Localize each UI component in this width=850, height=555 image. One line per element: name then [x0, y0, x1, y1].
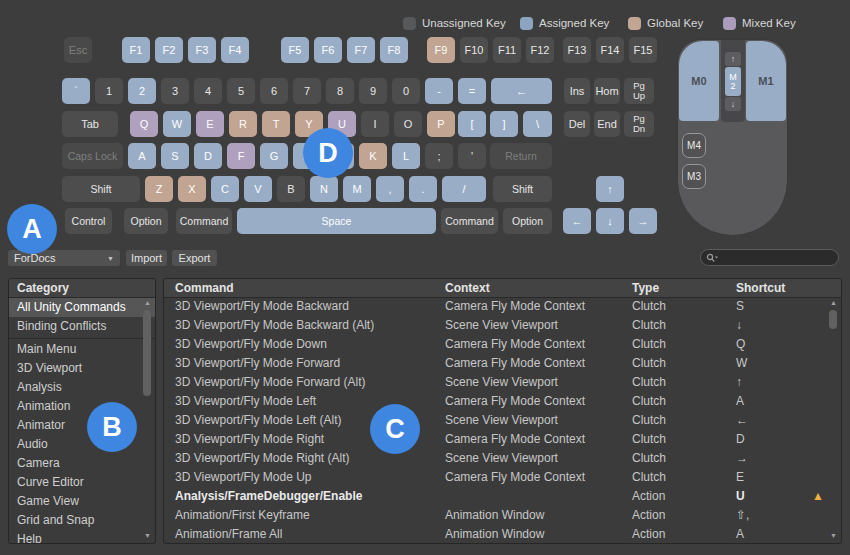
- table-row[interactable]: 3D Viewport/Fly Mode Backward (Alt)Scene…: [164, 316, 841, 335]
- key-semicolon[interactable]: ;: [425, 143, 453, 169]
- key-f1[interactable]: F1: [122, 37, 150, 63]
- table-row[interactable]: 3D Viewport/Fly Mode BackwardCamera Fly …: [164, 297, 841, 316]
- table-row[interactable]: 3D Viewport/Fly Mode DownCamera Fly Mode…: [164, 335, 841, 354]
- mouse-side-button-4[interactable]: M4: [682, 133, 706, 158]
- key-option-2[interactable]: Option: [503, 208, 552, 234]
- key-esc[interactable]: Esc: [64, 37, 92, 63]
- key-6[interactable]: 6: [260, 78, 288, 104]
- key-end[interactable]: End: [594, 111, 620, 137]
- mouse-wheel-up-icon[interactable]: ↑: [725, 52, 741, 66]
- key-a[interactable]: A: [128, 143, 156, 169]
- key-f15[interactable]: F15: [629, 37, 657, 63]
- key-control[interactable]: Control: [65, 208, 112, 234]
- key-slash[interactable]: /: [442, 176, 486, 202]
- key-command-2[interactable]: Command: [441, 208, 498, 234]
- key-option[interactable]: Option: [124, 208, 168, 234]
- key-p[interactable]: P: [427, 111, 455, 137]
- key-4[interactable]: 4: [194, 78, 222, 104]
- category-item-binding-conflicts[interactable]: Binding Conflicts: [9, 317, 155, 336]
- key-k[interactable]: K: [359, 143, 387, 169]
- key-e[interactable]: E: [196, 111, 224, 137]
- key-arrow-up[interactable]: ↑: [596, 176, 624, 202]
- key-ins[interactable]: Ins: [564, 78, 590, 104]
- key-3[interactable]: 3: [161, 78, 189, 104]
- key-equals[interactable]: =: [458, 78, 486, 104]
- category-item-help[interactable]: Help: [9, 530, 155, 544]
- key-tab[interactable]: Tab: [62, 111, 118, 137]
- key-l[interactable]: L: [392, 143, 420, 169]
- key-quote[interactable]: ': [458, 143, 486, 169]
- key-n[interactable]: N: [310, 176, 338, 202]
- key-0[interactable]: 0: [392, 78, 420, 104]
- key-bracket-close[interactable]: ]: [490, 111, 518, 137]
- key-f8[interactable]: F8: [380, 37, 408, 63]
- key-arrow-down[interactable]: ↓: [596, 208, 624, 234]
- key-7[interactable]: 7: [293, 78, 321, 104]
- key-f[interactable]: F: [227, 143, 255, 169]
- key-arrow-left[interactable]: ←: [491, 78, 552, 104]
- mouse-wheel-button[interactable]: M2: [725, 67, 741, 96]
- key-x[interactable]: X: [178, 176, 206, 202]
- key-m[interactable]: M: [343, 176, 371, 202]
- table-row[interactable]: 3D Viewport/Fly Mode Forward (Alt)Scene …: [164, 373, 841, 392]
- key-v[interactable]: V: [244, 176, 272, 202]
- table-row[interactable]: 3D Viewport/Fly Mode Right (Alt)Scene Vi…: [164, 449, 841, 468]
- mouse-side-button-3[interactable]: M3: [682, 164, 706, 189]
- key-pg-dn[interactable]: Pg Dn: [624, 111, 654, 137]
- key-pg-up[interactable]: Pg Up: [624, 78, 654, 104]
- key-9[interactable]: 9: [359, 78, 387, 104]
- key-z[interactable]: Z: [145, 176, 173, 202]
- key-c[interactable]: C: [211, 176, 239, 202]
- category-item-all-unity-commands[interactable]: All Unity Commands: [9, 298, 155, 317]
- key-space[interactable]: Space: [237, 208, 436, 234]
- scroll-up-icon[interactable]: ▲: [828, 298, 839, 308]
- key-command[interactable]: Command: [176, 208, 232, 234]
- key-caps-lock[interactable]: Caps Lock: [62, 143, 123, 169]
- key-hom[interactable]: Hom: [594, 78, 620, 104]
- key-shift[interactable]: Shift: [62, 176, 140, 202]
- key-backtick[interactable]: `: [62, 78, 90, 104]
- key-f10[interactable]: F10: [460, 37, 488, 63]
- key-i[interactable]: I: [361, 111, 389, 137]
- key-f4[interactable]: F4: [221, 37, 249, 63]
- key-backslash[interactable]: \: [523, 111, 552, 137]
- table-row[interactable]: Animation/First KeyframeAnimation Window…: [164, 506, 841, 525]
- mouse-left-button[interactable]: M0: [679, 41, 719, 121]
- import-button[interactable]: Import: [126, 250, 167, 266]
- key-b[interactable]: B: [277, 176, 305, 202]
- key-arrow-right[interactable]: →: [629, 208, 657, 234]
- export-button[interactable]: Export: [172, 250, 217, 266]
- key-f5[interactable]: F5: [281, 37, 309, 63]
- category-item-3d-viewport[interactable]: 3D Viewport: [9, 359, 155, 378]
- table-row[interactable]: 3D Viewport/Fly Mode RightCamera Fly Mod…: [164, 430, 841, 449]
- scroll-down-icon[interactable]: ▼: [828, 531, 839, 541]
- key-del[interactable]: Del: [564, 111, 590, 137]
- category-scroll-thumb[interactable]: [143, 310, 151, 396]
- search-field[interactable]: [700, 249, 839, 266]
- key-r[interactable]: R: [229, 111, 257, 137]
- key-comma[interactable]: ,: [376, 176, 404, 202]
- key-t[interactable]: T: [262, 111, 290, 137]
- table-row[interactable]: 3D Viewport/Fly Mode UpCamera Fly Mode C…: [164, 468, 841, 487]
- key-minus[interactable]: -: [425, 78, 453, 104]
- key-return[interactable]: Return: [490, 143, 552, 169]
- table-row[interactable]: 3D Viewport/Fly Mode LeftCamera Fly Mode…: [164, 392, 841, 411]
- key-f7[interactable]: F7: [347, 37, 375, 63]
- key-d[interactable]: D: [194, 143, 222, 169]
- key-bracket-open[interactable]: [: [458, 111, 486, 137]
- key-f9[interactable]: F9: [427, 37, 455, 63]
- key-8[interactable]: 8: [326, 78, 354, 104]
- key-f14[interactable]: F14: [596, 37, 624, 63]
- scroll-down-icon[interactable]: ▼: [142, 531, 153, 541]
- mouse-right-button[interactable]: M1: [746, 41, 786, 121]
- table-scroll-thumb[interactable]: [829, 310, 837, 329]
- key-o[interactable]: O: [394, 111, 422, 137]
- key-f12[interactable]: F12: [526, 37, 554, 63]
- key-f13[interactable]: F13: [563, 37, 591, 63]
- key-f6[interactable]: F6: [314, 37, 342, 63]
- key-period[interactable]: .: [409, 176, 437, 202]
- category-item-camera[interactable]: Camera: [9, 454, 155, 473]
- search-input[interactable]: [721, 251, 833, 265]
- key-5[interactable]: 5: [227, 78, 255, 104]
- table-row[interactable]: 3D Viewport/Fly Mode Left (Alt)Scene Vie…: [164, 411, 841, 430]
